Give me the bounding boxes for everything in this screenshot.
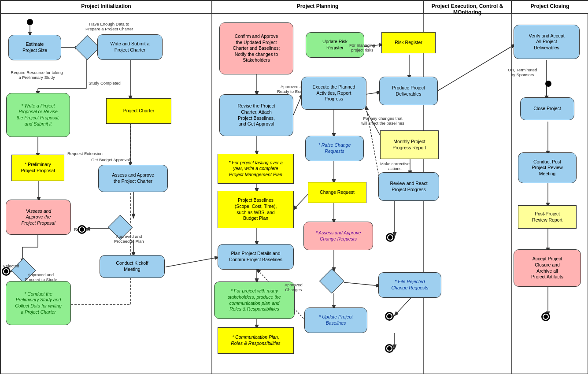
svg-line-52 [438,44,515,91]
assess-approve-proposal: *Assess andApprove theProject Proposal [6,200,71,235]
annotation-approved-changes: ApprovedChanges [285,282,303,292]
end-circle-rejected-2 [78,225,86,234]
estimate-project-size: EstimateProject Size [8,35,61,60]
annotation-study-completed: Study Completed [89,81,121,85]
post-review-report: Post-ProjectReview Report [518,205,577,229]
col-header-close: Project Closing [511,0,588,14]
annotation-proceed-study: Approved andProceed to Study [25,272,57,282]
annotation-terminated: OR, Terminatedby Sponsors [508,67,537,77]
annotation-require-resource: Require Resource for takinga Preliminary… [3,70,71,80]
end-circle-review [386,233,395,242]
conduct-post-review: Conduct PostProject ReviewMeeting [518,152,577,183]
end-circle-2 [385,312,394,321]
diagram-container: Project Initialization Project Planning … [0,0,588,374]
assess-approve-charter: Assess and Approvethe Project Charter [98,165,168,192]
plan-project-details: Plan Project Details andConfirm Project … [218,244,294,270]
annotation-managing-risks: For managingproject risks [349,43,375,52]
svg-line-38 [366,92,381,94]
annotation-budget: Get Budget Approval [91,157,130,162]
end-circle-rejected-3 [2,267,11,276]
accept-project-closure: Accept ProjectClosure andArchive allProj… [514,249,581,287]
prelim-project-proposal: * PreliminaryProject Proposal [11,155,64,181]
project-baselines: Project Baselines(Scope, Cost, Time),suc… [218,191,294,228]
review-react-progress: Review and ReactProject Progress [378,172,439,201]
svg-line-34 [293,193,309,210]
conduct-kickoff: Conduct KickoffMeeting [100,255,165,278]
assess-approve-change: * Assess and ApproveChange Requests [303,222,373,250]
col-header-plan: Project Planning [212,0,423,14]
col-header-init: Project Initialization [0,0,212,14]
end-circle-col4 [541,312,550,321]
svg-line-27 [166,257,218,267]
pmp-note: * For project lasting over ayear, write … [218,154,294,184]
annotation-corrective: Make correctiveactions [380,161,410,171]
svg-line-45 [344,282,380,286]
start-circle-1 [27,19,33,25]
comm-plan-note: * For project with manystakeholders, pro… [214,281,295,319]
close-project: Close Project [520,97,574,120]
verify-accept-deliverables: Verify and AcceptAll ProjectDeliverables [514,25,580,59]
monthly-progress-report: Monthly ProjectProgress Report [380,130,439,159]
diamond-approved-changes [321,270,343,292]
update-project-baselines: * Update ProjectBaselines [304,307,367,333]
start-circle-terminated [545,81,551,87]
revise-charter: Revise the ProjectCharter, AttachProject… [219,94,293,136]
confirm-approve-charter: Confirm and Approvethe Updated ProjectCh… [219,22,293,74]
annotation-request-extension: Request Extension [67,151,103,156]
end-circle-3 [385,344,394,353]
write-charter: Write and Submit aProject Charter [97,34,163,60]
conduct-prelim-study: * Conduct thePreliminary Study andCollec… [6,281,71,325]
svg-line-35 [293,94,302,115]
annotation-enough-data: Have Enough Data toPrepare a Project Cha… [81,22,138,31]
annotation-approved-plan: Approved andProceed to Plan [114,234,144,244]
file-rejected-changes: * File RejectedChange Requests [378,272,441,298]
annotation-changes: For any changes thatwill affect the base… [350,116,416,126]
change-request-doc: Change Request [308,182,366,203]
execute-activities: Execute the PlannedActivities, ReportPro… [301,77,366,110]
diamond-enough-data [76,37,98,59]
comm-plan-doc: * Communication Plan,Roles & Responsibil… [218,327,294,354]
project-charter-doc: Project Charter [106,98,171,124]
risk-register: Risk Register [381,32,436,53]
col-header-exec: Project Execution, Control & MOnitoring [423,0,511,14]
svg-line-47 [395,298,411,315]
write-proposal: * Write a ProjectProposal or Revisethe P… [6,93,70,137]
raise-change-requests: * Raise ChangeRequests [305,136,364,161]
produce-deliverables: Produce ProjectDeliverables [379,77,438,105]
